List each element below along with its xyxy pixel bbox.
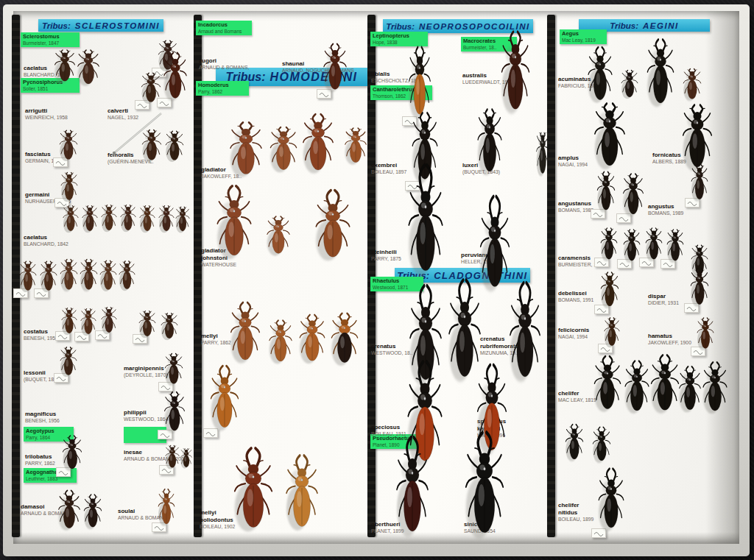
beetle-specimen [162, 44, 188, 103]
tribus-prefix: Tribus: [610, 21, 638, 30]
beetle-specimen [297, 305, 327, 366]
beetle-specimen [180, 443, 193, 469]
beetle-specimen [499, 20, 532, 117]
beetle-specimen [564, 417, 585, 463]
species-name: chelifer [558, 502, 593, 509]
species-label: trilobatusPARRY, 1862 [25, 453, 55, 467]
beetle-specimen [160, 306, 179, 341]
species-name: mellyi [200, 509, 235, 517]
species-label: mellyipoliodontusBOILEAU, 1902 [200, 509, 235, 530]
beetle-specimen [596, 461, 626, 534]
species-name: marginipennis [124, 365, 168, 372]
species-label: exembreiBOILEAU, 1897 [371, 162, 406, 175]
species-author: BOILEAU, 1899 [558, 517, 593, 522]
species-name: steinheili [371, 249, 401, 256]
beetle-specimen [268, 117, 299, 174]
beetle-specimen [690, 156, 709, 203]
genus-name: Aegus [562, 31, 605, 38]
species-author: NAGAI, 1994 [558, 334, 589, 340]
beetle-specimen [644, 220, 663, 263]
species-label: philippiiWESTWOOD, 1864 [124, 409, 168, 422]
species-name: poliodontus [200, 517, 235, 524]
beetle-specimen [60, 165, 79, 203]
beetle-specimen [406, 161, 445, 280]
species-author: BOMANS, 1991 [558, 297, 593, 303]
species-label: angustusBOMANS, 1989 [648, 203, 683, 216]
beetle-specimen [649, 347, 681, 416]
beetle-specimen [164, 124, 185, 163]
species-author: DIDIER, 1931 [648, 300, 679, 306]
beetle-specimen [265, 208, 292, 258]
species-name: chelifer [558, 390, 596, 397]
beetle-specimen [701, 354, 729, 416]
species-name: arrigutti [25, 107, 68, 115]
beetle-specimen [231, 441, 275, 535]
species-name: felicicornis [558, 327, 589, 334]
photograph: Tribus:SCLEROSTOMINITribus:HOMODERINITri… [0, 0, 754, 560]
beetle-specimen [462, 423, 507, 542]
beetle-specimen [61, 428, 83, 472]
beetle-specimen [228, 112, 264, 180]
column-divider [547, 15, 555, 537]
beetle-specimen [603, 311, 621, 349]
genus-author: Solier, 1851 [23, 86, 77, 91]
beetle-specimen [596, 163, 616, 214]
genus-author: Arnaud and Bomans [198, 29, 250, 34]
tribus-name: SCLEROSTOMINI [75, 21, 160, 30]
species-label: amplusNAGAI, 1994 [558, 155, 588, 168]
beetle-specimen [138, 199, 156, 234]
beetle-specimen [592, 90, 627, 172]
beetle-specimen [322, 35, 348, 94]
species-author: PARRY, 1862 [25, 461, 55, 467]
species-author: (DEYROLLE, 1870) [124, 372, 168, 378]
species-name: caelatus [24, 234, 68, 241]
species-name: nitidus [558, 509, 593, 517]
beetle-specimen [118, 254, 136, 292]
species-author: BOILEAU, 1897 [371, 169, 406, 175]
beetle-specimen [164, 439, 180, 470]
beetle-specimen [157, 482, 176, 528]
beetle-specimen [76, 42, 101, 88]
tribus-prefix: Tribus: [42, 21, 71, 30]
beetle-specimen [80, 302, 97, 337]
beetle-specimen [100, 300, 118, 336]
beetle-specimen [138, 304, 157, 339]
beetle-specimen [79, 252, 99, 293]
beetle-specimen [214, 180, 254, 262]
species-name: angustanus [558, 200, 593, 208]
beetle-specimen [119, 198, 137, 233]
beetle-specimen [476, 96, 504, 178]
beetle-specimen [99, 253, 118, 293]
species-name: amplus [558, 155, 588, 162]
species-label: steinheiliPARRY, 1875 [371, 249, 401, 262]
species-label: costatusBENESH, 1956 [24, 328, 58, 341]
species-author: JAKOWLEFF, 1900 [648, 340, 691, 346]
beetle-specimen [58, 123, 79, 163]
beetle-specimen [82, 488, 103, 531]
species-name: dispar [648, 293, 679, 300]
species-author: WEINREICH, 1958 [25, 115, 68, 121]
beetle-specimen [592, 348, 623, 414]
species-name: trilobatus [25, 453, 55, 461]
species-label: cheliferMAC LEAY, 1819 [558, 390, 596, 403]
beetle-specimen [141, 122, 163, 163]
species-label: caelatusBLANCHARD, 1842 [24, 234, 68, 247]
species-name: philippii [124, 409, 168, 417]
beetle-specimen [163, 383, 186, 435]
beetle-specimen [343, 119, 368, 166]
species-label: zugoriARNAUD & BOMANS, [199, 57, 249, 71]
beetle-specimen [599, 220, 619, 263]
beetle-specimen [645, 29, 676, 110]
beetle-specimen [313, 184, 353, 263]
species-name: angustus [648, 203, 683, 210]
species-label: debelisseiBOMANS, 1991 [558, 290, 593, 303]
species-author: BENESH, 1956 [24, 336, 58, 341]
species-label: chelifernitidusBOILEAU, 1899 [558, 502, 593, 522]
species-name: exembrei [371, 162, 406, 169]
beetle-specimen [507, 277, 543, 386]
species-author: PARRY, 1862 [201, 340, 231, 346]
beetle-specimen [535, 121, 550, 178]
beetle-specimen [57, 483, 82, 532]
beetle-specimen [175, 200, 191, 234]
beetle-specimen [81, 199, 99, 234]
